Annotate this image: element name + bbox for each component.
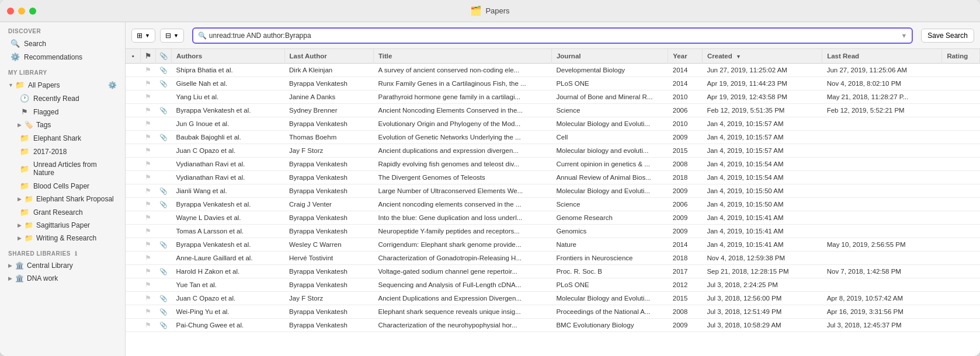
cell-flag[interactable]: ⚑ [141, 131, 156, 144]
cell-title[interactable]: Neuropeptide Y-family peptides and recep… [374, 225, 552, 238]
cell-rating[interactable] [942, 211, 980, 225]
cell-title[interactable]: Evolutionary Origin and Phylogeny of the… [374, 117, 552, 131]
cell-title[interactable]: Corrigendum: Elephant shark genome provi… [374, 238, 552, 252]
col-header-rating[interactable]: Rating [942, 49, 980, 64]
cell-flag[interactable]: ⚑ [141, 278, 156, 292]
table-row[interactable]: ⚑Anne-Laure Gaillard et al.Hervé Tostivi… [126, 252, 980, 265]
sidebar-item-recommendations[interactable]: ⚙️ Recommendations [2, 50, 123, 64]
sidebar-folder-unread-articles[interactable]: 📁 Unread Articles from Nature [12, 158, 123, 179]
table-row[interactable]: ⚑📎Baubak Bajoghli et al.Thomas BoehmEvol… [126, 131, 980, 144]
table-row[interactable]: ⚑Wayne L Davies et al.Byrappa VenkateshI… [126, 211, 980, 225]
filter-button[interactable]: ⊟ ▼ [160, 29, 184, 43]
cell-rating[interactable] [942, 278, 980, 292]
table-row[interactable]: ⚑Yang Liu et al.Janine A DanksParathyroi… [126, 90, 980, 104]
sidebar-item-dna-work[interactable]: ▶ 🏛️ DNA work [2, 272, 123, 285]
sidebar-folder-grant-research[interactable]: 📁 Grant Research [12, 205, 123, 219]
table-row[interactable]: ⚑📎Shipra Bhatia et al.Dirk A KleinjanA s… [126, 64, 980, 77]
table-row[interactable]: ⚑📎Byrappa Venkatesh et al.Sydney Brenner… [126, 104, 980, 117]
col-header-dot[interactable]: • [126, 49, 141, 64]
cell-title[interactable]: Ancient Duplications and Expression Dive… [374, 292, 552, 305]
cell-rating[interactable] [942, 158, 980, 171]
table-row[interactable]: ⚑Jun G Inoue et al.Byrappa VenkateshEvol… [126, 117, 980, 131]
cell-title[interactable]: Ancient duplications and expression dive… [374, 144, 552, 158]
table-row[interactable]: ⚑📎Pai-Chung Gwee et al.Byrappa Venkatesh… [126, 319, 980, 332]
sidebar-folder-2017-2018[interactable]: 📁 2017-2018 [12, 145, 123, 158]
cell-flag[interactable]: ⚑ [141, 77, 156, 90]
cell-rating[interactable] [942, 238, 980, 252]
cell-flag[interactable]: ⚑ [141, 117, 156, 131]
sidebar-item-central-library[interactable]: ▶ 🏛️ Central Library [2, 259, 123, 272]
cell-flag[interactable]: ⚑ [141, 238, 156, 252]
col-header-created[interactable]: Created ▼ [702, 49, 822, 64]
cell-rating[interactable] [942, 252, 980, 265]
cell-flag[interactable]: ⚑ [141, 104, 156, 117]
cell-flag[interactable]: ⚑ [141, 305, 156, 319]
cell-rating[interactable] [942, 104, 980, 117]
cell-rating[interactable] [942, 171, 980, 184]
sidebar-folder-sagittarius[interactable]: ▶ 📁 Sagittarius Paper [12, 219, 123, 232]
col-header-last-author[interactable]: Last Author [284, 49, 373, 64]
cell-flag[interactable]: ⚑ [141, 265, 156, 278]
cell-flag[interactable]: ⚑ [141, 211, 156, 225]
cell-flag[interactable]: ⚑ [141, 225, 156, 238]
sidebar-item-search[interactable]: 🔍 Search [2, 37, 123, 50]
col-header-flag[interactable]: ⚑ [141, 49, 156, 64]
sidebar-folder-writing-research[interactable]: ▶ 📁 Writing & Research [12, 232, 123, 245]
cell-rating[interactable] [942, 319, 980, 332]
cell-rating[interactable] [942, 117, 980, 131]
sidebar-item-tags[interactable]: ▶ 🏷️ Tags [12, 118, 123, 131]
table-row[interactable]: ⚑Vydianathan Ravi et al.Byrappa Venkates… [126, 158, 980, 171]
table-row[interactable]: ⚑📎Jianli Wang et al.Byrappa VenkateshLar… [126, 184, 980, 198]
cell-flag[interactable]: ⚑ [141, 319, 156, 332]
cell-rating[interactable] [942, 90, 980, 104]
cell-title[interactable]: Parathyroid hormone gene family in a car… [374, 90, 552, 104]
cell-title[interactable]: Ancient Noncoding Elements Conserved in … [374, 104, 552, 117]
cell-flag[interactable]: ⚑ [141, 292, 156, 305]
minimize-button[interactable] [18, 8, 25, 15]
search-input[interactable] [209, 32, 899, 40]
table-row[interactable]: ⚑Tomas A Larsson et al.Byrappa Venkatesh… [126, 225, 980, 238]
cell-rating[interactable] [942, 305, 980, 319]
col-header-title[interactable]: Title [374, 49, 552, 64]
cell-title[interactable]: Evolution of Genetic Networks Underlying… [374, 131, 552, 144]
cell-title[interactable]: Voltage-gated sodium channel gene repert… [374, 265, 552, 278]
cell-flag[interactable]: ⚑ [141, 64, 156, 77]
cell-rating[interactable] [942, 225, 980, 238]
cell-title[interactable]: Runx Family Genes in a Cartilaginous Fis… [374, 77, 552, 90]
table-row[interactable]: ⚑📎Juan C Opazo et al.Jay F StorzAncient … [126, 292, 980, 305]
cell-title[interactable]: A survey of ancient conserved non-coding… [374, 64, 552, 77]
cell-rating[interactable] [942, 64, 980, 77]
cell-rating[interactable] [942, 184, 980, 198]
sidebar-item-recently-read[interactable]: 🕐 Recently Read [12, 92, 123, 105]
sidebar-item-all-papers[interactable]: ▼ 📁 All Papers ⚙️ [2, 78, 123, 92]
cell-title[interactable]: Elephant shark sequence reveals unique i… [374, 305, 552, 319]
cell-rating[interactable] [942, 144, 980, 158]
table-row[interactable]: ⚑📎Wei-Ping Yu et al.Byrappa VenkateshEle… [126, 305, 980, 319]
sidebar-item-flagged[interactable]: ⚑ Flagged [12, 105, 123, 118]
cell-title[interactable]: Characterization of the neurohypophysial… [374, 319, 552, 332]
cell-rating[interactable] [942, 131, 980, 144]
cell-title[interactable]: Sequencing and Analysis of Full-Length c… [374, 278, 552, 292]
save-search-button[interactable]: Save Search [921, 29, 974, 43]
cell-title[interactable]: Characterization of Gonadotropin-Releasi… [374, 252, 552, 265]
table-row[interactable]: ⚑Juan C Opazo et al.Jay F StorzAncient d… [126, 144, 980, 158]
cell-rating[interactable] [942, 265, 980, 278]
sidebar-folder-elephant-shark-proposal[interactable]: ▶ 📁 Elephant Shark Proposal [12, 193, 123, 205]
cell-flag[interactable]: ⚑ [141, 144, 156, 158]
cell-rating[interactable] [942, 77, 980, 90]
table-row[interactable]: ⚑📎Harold H Zakon et al.Byrappa Venkatesh… [126, 265, 980, 278]
view-toggle-button[interactable]: ⊞ ▼ [131, 29, 155, 43]
search-dropdown-icon[interactable]: ▼ [901, 32, 907, 39]
col-header-clip[interactable]: 📎 [156, 49, 172, 64]
maximize-button[interactable] [29, 8, 36, 15]
cell-flag[interactable]: ⚑ [141, 198, 156, 211]
cell-flag[interactable]: ⚑ [141, 171, 156, 184]
cell-rating[interactable] [942, 198, 980, 211]
col-header-authors[interactable]: Authors [172, 49, 285, 64]
col-header-year[interactable]: Year [668, 49, 703, 64]
cell-title[interactable]: Large Number of Ultraconserved Elements … [374, 184, 552, 198]
gear-icon[interactable]: ⚙️ [108, 81, 117, 89]
cell-flag[interactable]: ⚑ [141, 184, 156, 198]
table-row[interactable]: ⚑📎Giselle Nah et al.Byrappa VenkateshRun… [126, 77, 980, 90]
cell-flag[interactable]: ⚑ [141, 90, 156, 104]
